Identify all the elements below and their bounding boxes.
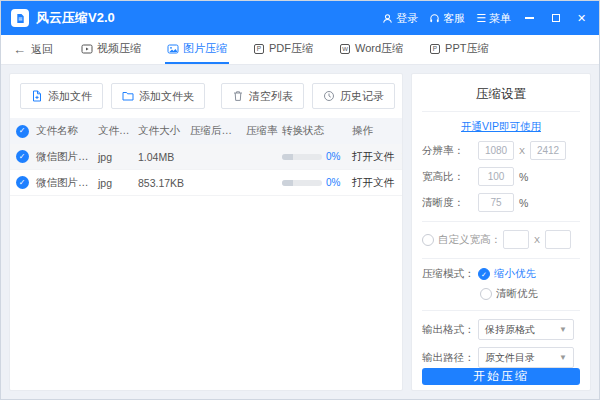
menu-button[interactable]: ☰ 菜单 [476,11,511,26]
aspect-ratio-unit: % [519,171,528,183]
col-header-size: 文件大小 [136,124,188,138]
clock-icon [323,90,335,102]
output-format-label: 输出格式： [422,323,478,337]
check-icon: ✓ [19,127,26,135]
progress-bar [282,180,322,186]
file-action-cell: 打开文件 ✕ [350,176,402,190]
customer-service-button[interactable]: 客服 [429,11,465,26]
delete-file-icon[interactable]: ✕ [401,151,402,162]
tab-label: 视频压缩 [97,41,141,56]
clarity-row: 清晰度： % [422,193,580,212]
clarity-unit: % [519,197,528,209]
svg-text:W: W [342,46,348,52]
minimize-button[interactable] [522,9,537,27]
history-button[interactable]: 历史记录 [312,83,395,109]
add-file-button[interactable]: 添加文件 [20,83,103,109]
resolution-height-input[interactable] [530,141,566,160]
image-icon [167,43,179,55]
file-status: 0% [280,177,350,188]
titlebar-actions: 登录 客服 ☰ 菜单 ✕ [382,9,589,27]
maximize-button[interactable] [548,9,563,27]
custom-height-input[interactable] [545,230,571,249]
file-format: jpg [96,177,136,189]
caret-down-icon: ▼ [559,354,567,362]
mode-clarity-radio[interactable] [480,288,492,300]
clarity-label: 清晰度： [422,196,478,210]
progress-fill [282,180,293,186]
delete-file-icon[interactable]: ✕ [401,177,402,188]
file-row[interactable]: ✓ 微信图片_2... jpg 1.04MB 0% 打开文件 ✕ [10,144,402,170]
resolution-width-input[interactable] [478,141,514,160]
video-icon [81,43,93,55]
hamburger-icon: ☰ [476,13,486,24]
back-label: 返回 [31,42,53,57]
output-path-select[interactable]: 原文件目录 ▼ [478,347,574,368]
trash-icon [232,90,244,102]
section-divider [422,258,580,259]
tab-label: Word压缩 [355,41,403,56]
row-checkbox[interactable]: ✓ [16,150,29,163]
custom-width-input[interactable] [503,230,529,249]
content-area: 添加文件 添加文件夹 清空列表 历史记录 ✓ [1,65,599,399]
output-format-select[interactable]: 保持原格式 ▼ [478,319,574,340]
tab-video-compress[interactable]: 视频压缩 [79,35,143,64]
app-title: 风云压缩V2.0 [36,9,115,27]
check-icon: ✓ [19,153,26,161]
row-checkbox[interactable]: ✓ [16,176,29,189]
ppt-icon: P [429,43,441,55]
file-list-panel: 添加文件 添加文件夹 清空列表 历史记录 ✓ [9,73,403,391]
open-file-link[interactable]: 打开文件 [352,150,394,164]
headset-icon [429,13,440,24]
tab-word-compress[interactable]: W Word压缩 [337,35,405,64]
maximize-icon [552,14,560,22]
tab-image-compress[interactable]: 图片压缩 [165,35,229,64]
select-all-checkbox[interactable]: ✓ [16,125,29,138]
back-button[interactable]: ← 返回 [13,42,53,57]
col-header-format: 文件格式 [96,124,136,138]
mode-shrink-radio[interactable]: ✓ [478,268,490,280]
start-compress-button[interactable]: 开始压缩 [422,368,580,385]
settings-panel: 压缩设置 开通VIP即可使用 分辨率： X 宽高比： % 清晰度： % [411,73,591,391]
vip-link[interactable]: 开通VIP即可使用 [422,120,580,134]
add-file-label: 添加文件 [48,89,92,104]
tab-label: PDF压缩 [269,41,313,56]
custom-size-radio[interactable] [422,234,434,246]
tab-pdf-compress[interactable]: P PDF压缩 [251,35,315,64]
header-check-cell: ✓ [10,125,34,138]
back-arrow-icon: ← [13,43,26,56]
open-file-link[interactable]: 打开文件 [352,176,394,190]
caret-down-icon: ▼ [559,326,567,334]
mode-clarity-label[interactable]: 清晰优先 [496,287,538,301]
row-check-cell: ✓ [10,150,34,163]
file-size: 1.04MB [136,151,188,163]
col-header-name: 文件名称 [34,124,96,138]
mode-label: 压缩模式： [422,267,478,281]
file-format: jpg [96,151,136,163]
progress-bar [282,154,322,160]
minimize-icon [525,17,534,19]
tab-ppt-compress[interactable]: P PPT压缩 [427,35,490,64]
resolution-row: 分辨率： X [422,141,580,160]
close-button[interactable]: ✕ [574,9,589,27]
menu-label: 菜单 [489,11,511,26]
app-window: 风云压缩V2.0 登录 客服 ☰ 菜单 ✕ ← 返回 [0,0,600,400]
file-row[interactable]: ✓ 微信图片_2... jpg 853.17KB 0% 打开文件 ✕ [10,170,402,196]
section-divider [422,310,580,311]
col-header-action: 操作 [350,124,402,138]
progress-percent: 0% [326,177,340,188]
table-header: ✓ 文件名称 文件格式 文件大小 压缩后大小 压缩率 转换状态 操作 [10,118,402,144]
add-folder-button[interactable]: 添加文件夹 [111,83,205,109]
aspect-ratio-label: 宽高比： [422,170,478,184]
svg-text:P: P [257,45,261,52]
col-header-ratio: 压缩率 [244,124,280,138]
file-action-cell: 打开文件 ✕ [350,150,402,164]
tab-label: PPT压缩 [445,41,488,56]
file-name: 微信图片_2... [34,176,96,190]
word-icon: W [339,43,351,55]
mode-shrink-label[interactable]: 缩小优先 [494,267,536,281]
clarity-input[interactable] [478,193,514,212]
login-button[interactable]: 登录 [382,11,418,26]
aspect-ratio-row: 宽高比： % [422,167,580,186]
aspect-ratio-input[interactable] [478,167,514,186]
clear-list-button[interactable]: 清空列表 [221,83,304,109]
